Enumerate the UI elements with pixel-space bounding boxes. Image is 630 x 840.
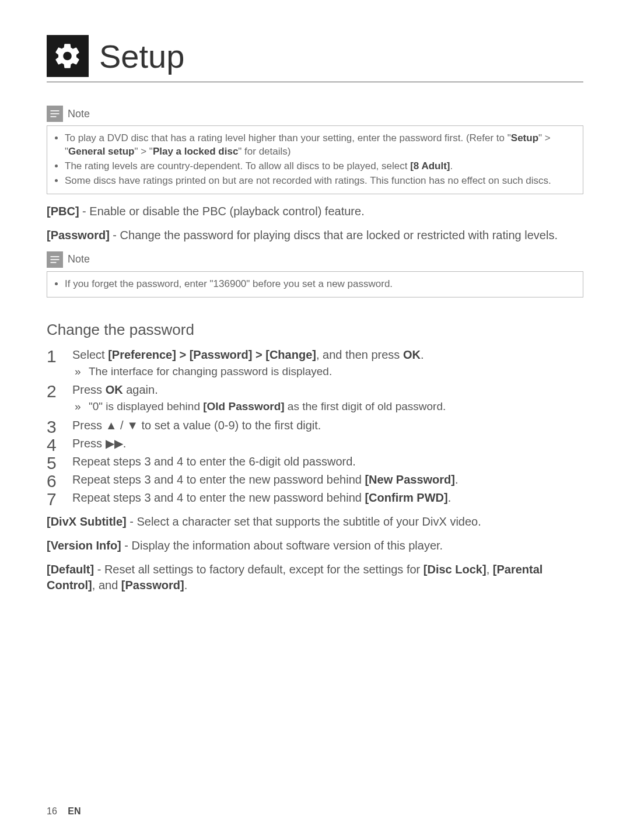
step-text: Press ▶▶. — [72, 437, 126, 450]
svg-rect-2 — [51, 116, 57, 117]
step-text: Press OK again. — [72, 383, 158, 396]
svg-rect-4 — [51, 259, 60, 260]
default-text: [Default] - Reset all settings to factor… — [47, 562, 583, 593]
note-item: Some discs have ratings printed on but a… — [65, 174, 576, 188]
note-block-1: Note To play a DVD disc that has a ratin… — [47, 106, 583, 194]
note-icon — [47, 251, 63, 268]
step-item: Repeat steps 3 and 4 to enter the new pa… — [47, 472, 583, 488]
step-item: Repeat steps 3 and 4 to enter the new pa… — [47, 490, 583, 506]
note-body: If you forget the password, enter "13690… — [47, 271, 583, 298]
svg-rect-1 — [51, 113, 60, 114]
step-text: Press ▲ / ▼ to set a value (0-9) to the … — [72, 419, 321, 432]
step-text: Select [Preference] > [Password] > [Chan… — [72, 348, 424, 361]
step-item: Repeat steps 3 and 4 to enter the 6-digi… — [47, 454, 583, 470]
note-head: Note — [47, 251, 583, 268]
note-block-2: Note If you forget the password, enter "… — [47, 251, 583, 298]
page-footer: 16 EN — [47, 806, 80, 817]
page-title: Setup — [99, 37, 184, 75]
page: Setup Note To play a DVD disc that has a… — [0, 0, 630, 840]
page-language: EN — [68, 806, 80, 816]
note-item: The rating levels are country-dependent.… — [65, 160, 576, 173]
note-icon — [47, 106, 63, 122]
gear-icon — [47, 35, 89, 77]
svg-rect-5 — [51, 262, 57, 263]
step-text: Repeat steps 3 and 4 to enter the new pa… — [72, 491, 451, 504]
note-label: Note — [68, 108, 90, 120]
section-heading: Change the password — [47, 321, 583, 339]
substep: The interface for changing password is d… — [72, 364, 583, 379]
page-number: 16 — [47, 806, 57, 816]
step-text: Repeat steps 3 and 4 to enter the 6-digi… — [72, 455, 356, 468]
page-header: Setup — [47, 35, 583, 77]
svg-rect-0 — [51, 110, 60, 111]
divx-text: [DivX Subtitle] - Select a character set… — [47, 514, 583, 530]
pbc-text: [PBC] - Enable or disable the PBC (playb… — [47, 204, 583, 219]
step-item: Press OK again. "0" is displayed behind … — [47, 382, 583, 414]
note-body: To play a DVD disc that has a rating lev… — [47, 125, 583, 194]
password-text: [Password] - Change the password for pla… — [47, 228, 583, 243]
step-item: Press ▶▶. — [47, 436, 583, 452]
step-item: Select [Preference] > [Password] > [Chan… — [47, 347, 583, 379]
version-text: [Version Info] - Display the information… — [47, 538, 583, 554]
note-head: Note — [47, 106, 583, 122]
note-item: To play a DVD disc that has a rating lev… — [65, 132, 576, 159]
note-label: Note — [68, 253, 90, 265]
note-item: If you forget the password, enter "13690… — [65, 278, 576, 291]
substep: "0" is displayed behind [Old Password] a… — [72, 399, 583, 414]
steps-list: Select [Preference] > [Password] > [Chan… — [47, 347, 583, 506]
step-text: Repeat steps 3 and 4 to enter the new pa… — [72, 473, 459, 486]
header-divider — [47, 82, 583, 82]
svg-rect-3 — [51, 256, 60, 257]
step-item: Press ▲ / ▼ to set a value (0-9) to the … — [47, 418, 583, 433]
